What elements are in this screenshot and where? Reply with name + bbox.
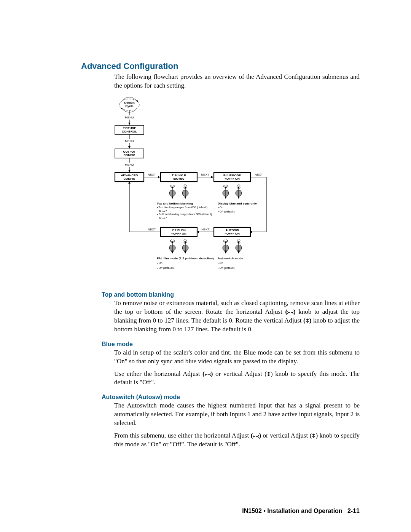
footer-page-number: 2-11 — [347, 508, 360, 514]
output-config-box: OUTPUT — [123, 150, 136, 153]
footer-text: IN1502 • Installation and Operation — [242, 508, 342, 514]
svg-text:OUTPUTCONFIG: OUTPUTCONFIG — [123, 150, 136, 157]
up-down-arrow-icon — [312, 432, 315, 439]
next-label-1: NEXT — [148, 173, 156, 176]
bluemode-box-line1: BLUEMODE — [223, 174, 241, 177]
svg-text:T   BLNK   B000         000: T BLNK B000 000 — [172, 174, 186, 181]
autosw-box-line1: AUTOSW — [225, 228, 239, 232]
svg-text:BLUEMODE<OFF>   ON: BLUEMODE<OFF> ON — [223, 174, 241, 181]
pldn-note-b1: • On — [157, 261, 162, 265]
next-label-5: NEXT — [148, 228, 156, 231]
pldn-box-line2: <OFF> ON — [171, 232, 186, 235]
left-right-arrow-icon — [205, 370, 211, 377]
advanced-config-box: ADVANCED — [121, 174, 138, 177]
pldn-note-b2: • Off (default) — [157, 266, 174, 270]
menu-label-2: MENU — [125, 139, 134, 143]
svg-text:ADVANCEDCONFIG: ADVANCEDCONFIG — [121, 174, 138, 181]
pldn-note-title: PAL film mode (2:2 pulldown detection) — [157, 257, 214, 260]
intro-paragraph: The following flowchart provides an over… — [114, 73, 360, 90]
next-label-2: NEXT — [201, 173, 209, 176]
bluemode-box-line2: <OFF> ON — [225, 177, 240, 181]
blue-paragraph-2: Use either the horizontal Adjust () or v… — [114, 370, 360, 387]
page-footer: IN1502 • Installation and Operation 2-11 — [242, 508, 360, 514]
manual-page: Advanced Configuration The following flo… — [0, 0, 411, 532]
svg-text:AUTOSW<OFF>   ON: AUTOSW<OFF> ON — [225, 228, 240, 235]
blue-paragraph-1: To aid in setup of the scaler's color an… — [114, 348, 360, 366]
left-right-arrow-icon — [287, 308, 293, 315]
top-rule — [51, 46, 360, 46]
picture-control-box: PICTURE — [123, 126, 136, 130]
up-down-arrow-icon — [267, 370, 271, 377]
blnk-box-line2: 000 000 — [174, 177, 185, 181]
next-label-4: NEXT — [201, 228, 209, 231]
default-cycle-label: Default — [124, 101, 134, 104]
blue-note-title: Display blue and sync only — [218, 202, 257, 205]
blue-heading: Blue mode — [102, 341, 360, 348]
svg-text:2:2 PLDN<OFF>   ON: 2:2 PLDN<OFF> ON — [171, 228, 186, 235]
blue-note-b1: • On — [218, 206, 223, 209]
blnk-box-line1: T BLNK B — [172, 174, 186, 177]
menu-label-3: MENU — [125, 163, 134, 166]
page-title: Advanced Configuration — [81, 61, 360, 71]
flowchart-diagram: DefaultCycle MENU PICTURECONTROL MENU OU… — [114, 94, 327, 281]
blnk-note-b1: • Top blanking ranges from 000 (default)… — [157, 206, 207, 212]
blnk-note-title: Top and bottom blanking — [157, 202, 193, 205]
blnk-note-b2: • Bottom blanking ranges from 000 (defau… — [157, 212, 212, 219]
svg-text:PICTURECONTROL: PICTURECONTROL — [122, 126, 137, 133]
blue-note-b2: • Off (default) — [218, 210, 235, 213]
autosw-note-b1: • On — [218, 261, 223, 265]
svg-text:DefaultCycle: DefaultCycle — [124, 101, 134, 108]
next-label-3: NEXT — [255, 173, 263, 176]
blank-paragraph: To remove noise or extraneous material, … — [114, 299, 360, 334]
pldn-box-line1: 2:2 PLDN — [172, 228, 186, 232]
blank-heading: Top and bottom blanking — [102, 291, 360, 298]
up-down-arrow-icon — [306, 317, 309, 324]
autosw-paragraph-2: From this submenu, use either the horizo… — [114, 431, 360, 449]
menu-label-1: MENU — [125, 116, 134, 119]
autosw-box-line2: <OFF> ON — [225, 232, 240, 235]
left-right-arrow-icon — [253, 432, 259, 439]
autosw-note-b2: • Off (default) — [218, 266, 235, 270]
autosw-heading: Autoswitch (Autosw) mode — [102, 394, 360, 401]
autosw-paragraph-1: The Autoswitch mode causes the highest n… — [114, 401, 360, 428]
autosw-note-title: Autoswitch mode — [218, 257, 243, 260]
